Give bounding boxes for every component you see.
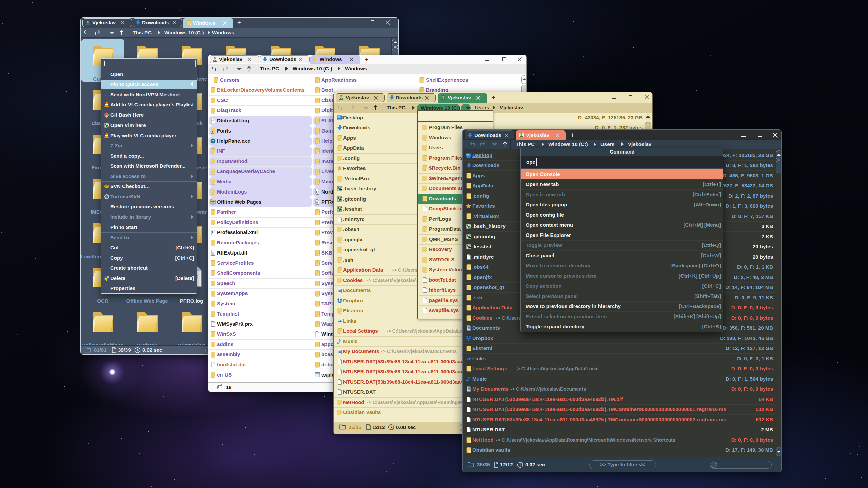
- svg-text:im: im: [340, 200, 342, 201]
- svg-text:im: im: [469, 247, 471, 249]
- svg-text:im: im: [107, 126, 109, 128]
- svg-text:im: im: [469, 237, 471, 239]
- svg-text:im: im: [340, 210, 342, 211]
- svg-text:im: im: [469, 227, 471, 229]
- svg-text:A: A: [211, 130, 214, 134]
- svg-text:im: im: [340, 189, 342, 191]
- svg-text:?: ?: [212, 139, 214, 143]
